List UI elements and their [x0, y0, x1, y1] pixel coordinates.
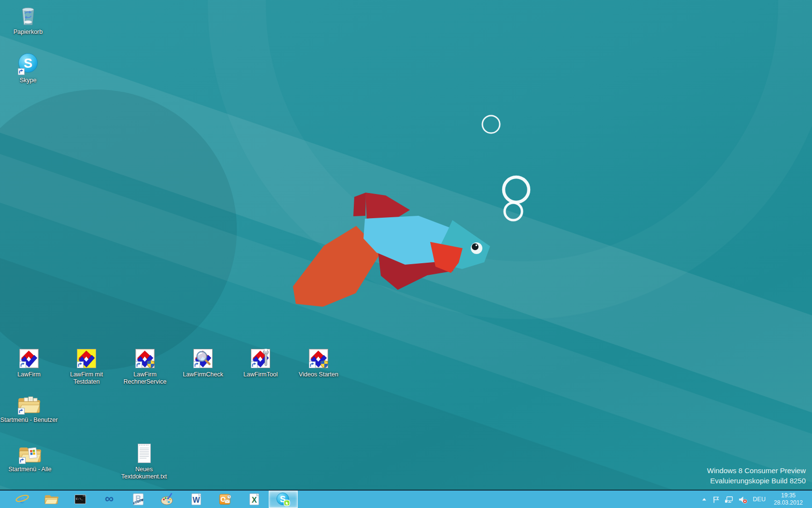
- desktop-icon-label: LawFirmCheck: [183, 371, 223, 378]
- internet-explorer-icon: e: [15, 492, 29, 507]
- svg-text:W: W: [192, 496, 200, 504]
- keyboard-language-indicator[interactable]: DEU: [753, 496, 766, 503]
- visual-studio-icon: ∞: [102, 492, 116, 507]
- show-hidden-icons-button[interactable]: [701, 496, 708, 503]
- svg-text:S: S: [24, 56, 32, 71]
- desktop-icon-lawfirmtool[interactable]: LawFirmTool: [232, 345, 290, 378]
- command-prompt-icon: C:\_: [73, 492, 87, 507]
- lawfirm-testdata-icon: [75, 347, 98, 370]
- taskbar-button-internet-explorer[interactable]: e: [8, 491, 37, 508]
- desktop-icon-label: Startmenü - Alle: [9, 466, 52, 473]
- desktop-icon-skype[interactable]: S Skype: [0, 51, 57, 84]
- file-explorer-icon: [44, 492, 58, 507]
- taskbar: e C:\_ ∞ B: [0, 490, 812, 508]
- lawfirm-magnifier-icon: [192, 347, 214, 370]
- clock-time: 19:35: [771, 492, 805, 499]
- desktop-icon-neues-textdokument[interactable]: Neues Textdokument.txt: [115, 440, 173, 480]
- clock-date: 28.03.2012: [771, 499, 805, 507]
- paint-icon: [160, 492, 174, 507]
- wallpaper-stripe: [0, 0, 812, 498]
- visual-studio-beta-icon: B BETA: [131, 492, 145, 507]
- desktop: Papierkorb S Skype LawFirm: [0, 0, 812, 508]
- folder-windows-icon: [18, 443, 42, 464]
- desktop-icon-papierkorb[interactable]: Papierkorb: [0, 3, 57, 36]
- clock[interactable]: 19:35 28.03.2012: [771, 492, 805, 507]
- desktop-icon-startmenu-alle[interactable]: Startmenü - Alle: [0, 440, 66, 473]
- taskbar-button-paint[interactable]: [153, 491, 182, 508]
- taskbar-button-skype[interactable]: S: [269, 491, 298, 508]
- taskbar-button-file-explorer[interactable]: [37, 491, 66, 508]
- volume-muted-icon: [738, 495, 747, 504]
- lawfirm-videos-shield-icon: [307, 347, 330, 370]
- taskbar-button-visual-studio-beta[interactable]: B BETA: [124, 491, 153, 508]
- svg-text:X: X: [252, 496, 257, 504]
- desktop-icon-label: Skype: [20, 77, 37, 84]
- desktop-icon-startmenu-benutzer[interactable]: Startmenü - Benutzer: [0, 391, 65, 424]
- desktop-icon-label: Videos Starten: [299, 371, 338, 378]
- desktop-icon-lawfirm[interactable]: LawFirm: [0, 345, 58, 378]
- lawfirm-shield-icon: [134, 347, 156, 370]
- os-watermark-line2: Evaluierungskopie Build 8250: [707, 476, 806, 486]
- desktop-icon-lawfirmcheck[interactable]: LawFirmCheck: [174, 345, 232, 378]
- desktop-icon-label: Startmenü - Benutzer: [0, 417, 58, 424]
- os-watermark-line1: Windows 8 Consumer Preview: [707, 465, 806, 476]
- taskbar-button-excel[interactable]: X: [240, 491, 269, 508]
- desktop-icon-label: LawFirmTool: [244, 371, 278, 378]
- lawfirm-icon: [18, 347, 40, 370]
- skype-taskbar-icon: S: [276, 492, 291, 507]
- desktop-icon-lawfirm-rechnerservice[interactable]: LawFirm RechnerService: [116, 345, 174, 386]
- flag-icon: [712, 495, 720, 504]
- taskbar-button-word[interactable]: W: [182, 491, 211, 508]
- desktop-icon-label: LawFirm RechnerService: [116, 371, 174, 386]
- taskbar-button-outlook[interactable]: O: [211, 491, 240, 508]
- os-watermark: Windows 8 Consumer Preview Evaluierungsk…: [707, 465, 806, 486]
- text-file-icon: [134, 442, 154, 464]
- lawfirm-wrench-icon: [249, 347, 272, 370]
- svg-text:∞: ∞: [105, 492, 114, 505]
- network-status-button[interactable]: [725, 495, 734, 504]
- chevron-up-icon: [701, 496, 708, 503]
- desktop-icon-lawfirm-testdaten[interactable]: LawFirm mit Testdaten: [58, 345, 116, 386]
- desktop-icon-label: Neues Textdokument.txt: [115, 466, 173, 480]
- system-tray: DEU 19:35 28.03.2012: [701, 491, 812, 508]
- action-center-button[interactable]: [712, 495, 720, 504]
- skype-icon: S: [17, 52, 39, 75]
- desktop-icon-videos-starten[interactable]: Videos Starten: [290, 345, 348, 378]
- outlook-icon: O: [218, 492, 232, 507]
- recycle-bin-icon: [17, 4, 39, 27]
- taskbar-button-command-prompt[interactable]: C:\_: [66, 491, 95, 508]
- desktop-icon-label: LawFirm mit Testdaten: [58, 371, 116, 386]
- excel-icon: X: [247, 492, 261, 507]
- wallpaper: [0, 0, 812, 508]
- network-icon: [725, 495, 734, 504]
- taskbar-button-visual-studio[interactable]: ∞: [95, 491, 124, 508]
- wallpaper-dark-circle: [0, 90, 237, 370]
- wallpaper-circle-arc: [208, 0, 812, 319]
- volume-button[interactable]: [738, 495, 747, 504]
- svg-text:e: e: [19, 492, 25, 506]
- desktop-icon-label: LawFirm: [17, 371, 41, 378]
- folder-documents-icon: [17, 394, 41, 415]
- desktop-icon-label: Papierkorb: [14, 29, 43, 36]
- svg-text:C:\_: C:\_: [76, 497, 83, 501]
- word-icon: W: [189, 492, 203, 507]
